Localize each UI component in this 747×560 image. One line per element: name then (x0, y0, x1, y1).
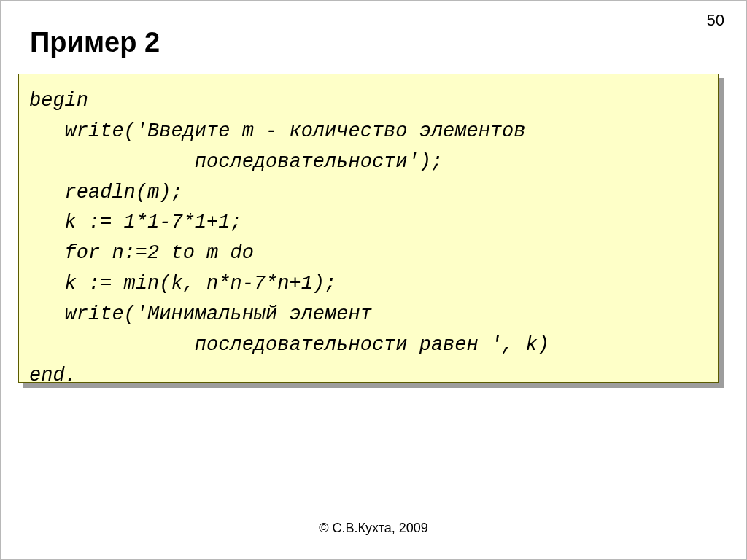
code-line: readln(m); (29, 182, 183, 203)
code-line: for n:=2 to m do (29, 242, 254, 264)
code-line: k := min(k, n*n-7*n+1); (29, 273, 336, 295)
code-content: begin write('Введите m - количество элем… (29, 86, 711, 391)
page-number: 50 (707, 11, 724, 30)
slide-title: Пример 2 (30, 27, 160, 58)
slide: 50 Пример 2 begin write('Введите m - кол… (0, 0, 747, 560)
code-line: write('Введите m - количество элементов (29, 120, 526, 142)
code-line: последовательности'); (29, 151, 443, 173)
slide-footer: © С.В.Кухта, 2009 (1, 521, 746, 536)
code-line: write('Минимальный элемент (29, 303, 372, 325)
code-box: begin write('Введите m - количество элем… (18, 74, 719, 383)
code-line: end. (29, 365, 77, 386)
code-line: последовательности равен ', k) (29, 334, 549, 356)
code-line: k := 1*1-7*1+1; (29, 211, 242, 233)
code-line: begin (29, 90, 88, 112)
